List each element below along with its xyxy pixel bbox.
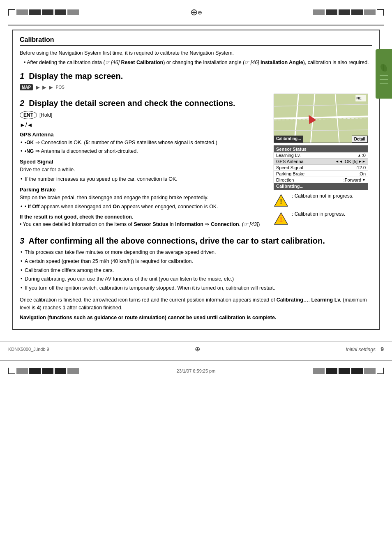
- mark-bar-right: [313, 9, 376, 15]
- arrows-label: ►/◄: [20, 122, 33, 128]
- legend-area: ! : Calibration not in progress. !: [274, 193, 372, 226]
- button-row: ENT [Hold]: [20, 111, 269, 119]
- sensor-val-learning: :0: [362, 153, 366, 158]
- step3-header: 3 After confirming all the above connect…: [20, 235, 372, 246]
- section-box: Calibration Before using the Navigation …: [12, 30, 380, 330]
- main-content: Calibration Before using the Navigation …: [12, 25, 380, 338]
- top-marks: ⊕: [0, 0, 392, 25]
- sensor-scroll-direction: :Forward ▼: [344, 177, 366, 182]
- map-button: MAP: [20, 84, 33, 90]
- bottom-marks: 23/1/07 6:59:25 pm: [0, 360, 392, 381]
- step2-right: NE Calibrating... Detail Sensor Status L…: [274, 94, 372, 231]
- sensor-label-parking: Parking Brake: [276, 171, 304, 176]
- sensor-row-direction: Direction :Forward ▼: [274, 177, 368, 183]
- footer-file-ref: KDNX5000_J.indb 9: [8, 347, 49, 352]
- pos-label: POS: [56, 85, 65, 90]
- gps-ok-line: •OK ⇒ Connection is OK. (5: number of th…: [25, 139, 269, 147]
- detail-button: Detail: [352, 136, 368, 143]
- sensor-label-direction: Direction: [276, 177, 294, 182]
- warning-in-progress-icon: !: [274, 211, 288, 226]
- step2-header: 2 Display the detail screen and check th…: [20, 98, 269, 108]
- step2-section: 2 Display the detail screen and check th…: [20, 94, 372, 231]
- step3-text: After confirming all the above connectio…: [29, 236, 325, 245]
- speed-signal-heading: Speed Signal: [20, 159, 269, 165]
- legend-in-progress: ! : Calibration in progress.: [274, 211, 372, 226]
- parking-brake-heading: Parking Brake: [20, 187, 269, 193]
- bottom-note-2: Navigation (functions such as guidance o…: [20, 314, 372, 322]
- svg-text:!: !: [280, 216, 282, 223]
- step1-text: Display the map screen.: [29, 71, 123, 81]
- info-link: • You can see detailed information on th…: [20, 221, 269, 227]
- step2-number: 2: [20, 99, 24, 108]
- parking-bullet1: • If Off appears when disengaged and On …: [25, 203, 269, 211]
- calibrating-label: Calibrating...: [274, 136, 303, 143]
- sensor-table: Sensor Status Learning Lv. ▲ :0 GPS Ante…: [274, 145, 368, 190]
- map-icon-row: MAP ►►► POS: [20, 84, 372, 91]
- corner-mark-bl: [8, 368, 15, 374]
- intro-bullet1: • After deleting the calibration data (☞…: [24, 59, 372, 67]
- bottom-mark-bar-left: [16, 368, 79, 374]
- sensor-val-direction: :Forward: [344, 177, 361, 182]
- sensor-row-parking: Parking Brake :On: [274, 171, 368, 177]
- sensor-row-calibrating: Calibrating...: [274, 183, 368, 189]
- sensor-header: Sensor Status: [274, 146, 368, 152]
- sensor-label-gps: GPS Antenna: [276, 159, 304, 164]
- step2-left: 2 Display the detail screen and check th…: [20, 94, 269, 231]
- page-number: 9: [380, 346, 384, 352]
- speed-line1: Drive the car for a while.: [20, 166, 269, 174]
- sensor-label-learning: Learning Lv.: [276, 153, 301, 158]
- top-crosshair: ⊕: [190, 7, 202, 18]
- corner-mark-tr: [377, 9, 384, 16]
- bottom-mark-bar-right: [313, 368, 376, 374]
- page-wrapper: ⊕ Calibration Before using: [0, 0, 392, 555]
- speed-bullet1: If the number increases as you speed up …: [25, 175, 269, 183]
- intro-line1: Before using the Navigation System first…: [20, 49, 372, 57]
- step3-bullet-2: A certain speed (greater than 25 mi/h (4…: [25, 258, 372, 265]
- step3-bullet-4: During calibrating, you can use the AV f…: [25, 275, 372, 283]
- legend-in-progress-text: : Calibration in progress.: [292, 211, 345, 217]
- ent-button: ENT: [20, 111, 37, 119]
- legend-not-in-progress-text: : Calibration not in progress.: [292, 193, 353, 199]
- sensor-label-speed: Speed Signal: [276, 165, 303, 170]
- step3-bullet-3: Calibration time differs among the cars.: [25, 267, 372, 274]
- footer-center: ⊕: [195, 345, 200, 353]
- step2-text: Display the detail screen and check the …: [29, 99, 235, 108]
- sensor-scroll-learning: ▲ :0: [357, 153, 366, 158]
- sensor-row-learning: Learning Lv. ▲ :0: [274, 152, 368, 159]
- section-label: Initial settings: [346, 347, 376, 352]
- leaf-icon: [379, 63, 389, 73]
- warning-not-in-progress-icon: !: [274, 193, 288, 208]
- corner-mark-br: [377, 368, 384, 374]
- map-overlay: Calibrating... Detail: [274, 136, 368, 143]
- sensor-calibrating-label: Calibrating...: [276, 184, 304, 189]
- arrows-row: ►/◄: [20, 122, 269, 128]
- footer-right: Initial settings 9: [346, 346, 384, 352]
- hold-label: [Hold]: [39, 112, 52, 118]
- gps-ng-line: •NG ⇒ Antenna is disconnected or short-c…: [25, 147, 269, 155]
- sensor-val-speed: :12.0: [356, 165, 366, 170]
- corner-mark-tl: [8, 9, 15, 16]
- svg-text:!: !: [280, 198, 282, 205]
- step1-number: 1: [20, 71, 24, 81]
- step3-bullet-5: If you turn off the ignition switch, cal…: [25, 284, 372, 292]
- section-title: Calibration: [20, 36, 372, 46]
- sensor-val-parking: :On: [358, 171, 366, 176]
- step3-section: 3 After confirming all the above connect…: [20, 235, 372, 292]
- sidebar-leaf: [376, 49, 392, 99]
- sensor-row-gps: GPS Antenna ◄◄ :OK [5] ►►: [274, 159, 368, 165]
- mark-bar-left: [16, 9, 79, 15]
- sensor-scroll-gps: ◄◄ :OK [5] ►►: [335, 159, 366, 164]
- footer-left: KDNX5000_J.indb 9: [8, 347, 49, 352]
- result-note: If the result is not good, check the con…: [20, 214, 269, 220]
- step3-bullet-1: This process can take five minutes or mo…: [25, 249, 372, 256]
- gps-antenna-heading: GPS Antenna: [20, 131, 269, 138]
- footer: KDNX5000_J.indb 9 ⊕ Initial settings 9: [0, 341, 392, 356]
- sensor-val-gps: :OK [5]: [344, 159, 357, 164]
- sensor-row-speed: Speed Signal :12.0: [274, 165, 368, 171]
- step3-number: 3: [20, 236, 24, 245]
- step1-header: 1 Display the map screen.: [20, 71, 372, 81]
- bottom-date-ref: 23/1/07 6:59:25 pm: [177, 368, 216, 373]
- bottom-note-1: Once calibration is finished, the arrowh…: [20, 296, 372, 312]
- svg-text:NE: NE: [356, 96, 361, 100]
- legend-not-in-progress: ! : Calibration not in progress.: [274, 193, 372, 208]
